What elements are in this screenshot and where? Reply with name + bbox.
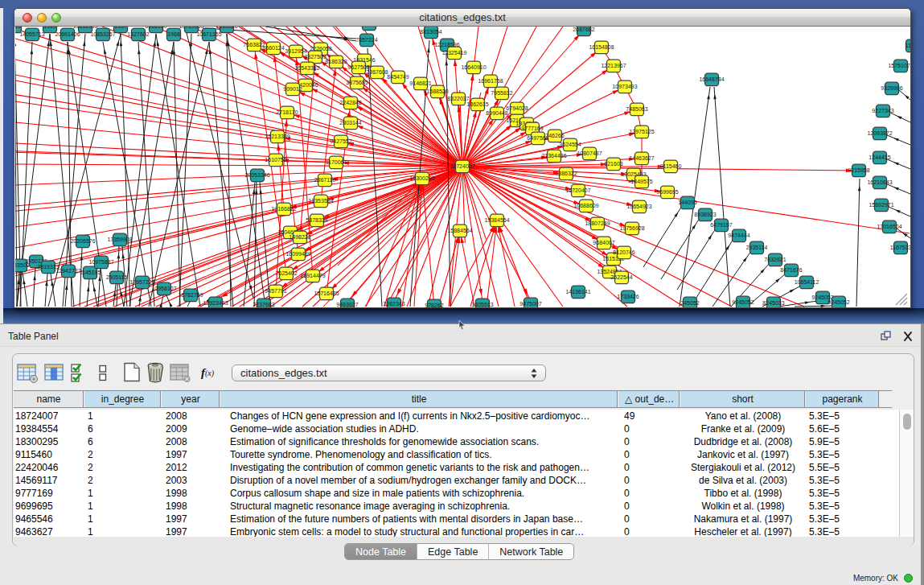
- svg-text:19384554: 19384554: [484, 217, 509, 223]
- svg-text:16154808: 16154808: [589, 44, 614, 50]
- svg-text:16543382: 16543382: [294, 65, 319, 71]
- svg-text:8990448: 8990448: [486, 110, 507, 116]
- svg-text:9777169: 9777169: [521, 126, 543, 131]
- svg-text:9329906: 9329906: [881, 85, 902, 91]
- svg-text:1957: 1957: [114, 27, 127, 29]
- svg-text:20691406: 20691406: [55, 31, 80, 37]
- svg-text:10973493: 10973493: [612, 84, 637, 89]
- svg-text:19166822: 19166822: [271, 206, 296, 212]
- svg-text:9215958: 9215958: [848, 167, 869, 173]
- svg-text:14136141: 14136141: [565, 289, 590, 295]
- svg-text:6479197: 6479197: [710, 222, 732, 228]
- svg-text:19756928: 19756928: [619, 225, 644, 231]
- svg-text:1733426: 1733426: [617, 294, 639, 299]
- svg-text:9227343: 9227343: [872, 108, 893, 113]
- svg-text:1244415: 1244415: [869, 154, 890, 160]
- svg-text:1362615: 1362615: [466, 101, 488, 107]
- svg-text:8813054: 8813054: [420, 29, 441, 35]
- svg-text:12213967: 12213967: [601, 63, 626, 68]
- svg-text:1605513: 1605513: [471, 302, 493, 307]
- svg-text:21364436: 21364436: [541, 153, 566, 159]
- svg-text:11325419: 11325419: [442, 50, 467, 56]
- svg-text:7857224: 7857224: [355, 37, 377, 43]
- svg-text:3875685: 3875685: [346, 80, 368, 85]
- svg-text:11123: 11123: [906, 43, 910, 48]
- svg-text:909012: 909012: [283, 86, 302, 92]
- svg-text:15692971: 15692971: [869, 202, 893, 208]
- svg-text:15720407: 15720407: [565, 187, 590, 193]
- svg-text:1498222: 1498222: [289, 234, 310, 240]
- svg-text:19211935: 19211935: [73, 27, 98, 29]
- svg-text:978262: 978262: [425, 303, 443, 307]
- svg-text:2687682: 2687682: [573, 27, 594, 32]
- svg-text:19654923: 19654923: [626, 204, 651, 209]
- svg-text:2505115: 2505115: [106, 274, 128, 280]
- svg-text:16099489: 16099489: [285, 251, 310, 257]
- svg-text:1170061: 1170061: [326, 159, 347, 165]
- svg-text:10719155: 10719155: [179, 27, 203, 29]
- svg-text:18300295: 18300295: [409, 175, 434, 181]
- svg-text:16961758: 16961758: [478, 78, 503, 84]
- svg-text:10807487: 10807487: [577, 150, 602, 156]
- svg-text:1082343: 1082343: [383, 301, 405, 307]
- svg-text:8660124: 8660124: [262, 45, 284, 51]
- svg-text:2803144: 2803144: [339, 120, 361, 126]
- svg-text:2718170: 2718170: [276, 109, 298, 115]
- svg-text:8120746: 8120746: [613, 249, 634, 255]
- svg-text:10975887: 10975887: [88, 259, 113, 265]
- svg-text:8938923: 8938923: [694, 212, 716, 217]
- svg-text:9427552: 9427552: [330, 138, 351, 144]
- svg-text:621603: 621603: [604, 161, 622, 167]
- svg-text:9463627: 9463627: [336, 302, 358, 307]
- svg-text:9245052: 9245052: [827, 299, 849, 305]
- svg-text:7237683: 7237683: [253, 302, 274, 307]
- svg-text:15884564: 15884564: [447, 228, 472, 233]
- svg-text:1449575: 1449575: [630, 179, 652, 184]
- svg-text:2935114: 2935114: [746, 245, 768, 250]
- svg-text:9475007: 9475007: [519, 301, 541, 307]
- svg-text:20053346: 20053346: [244, 172, 269, 178]
- svg-text:7625402: 7625402: [275, 270, 297, 276]
- svg-text:3912954: 3912954: [285, 48, 306, 54]
- svg-text:8322037: 8322037: [447, 96, 469, 101]
- svg-text:12093872: 12093872: [867, 130, 892, 136]
- svg-text:16210643: 16210643: [867, 179, 892, 185]
- svg-text:8245033: 8245033: [762, 300, 784, 306]
- svg-text:7955812: 7955812: [491, 90, 512, 96]
- svg-text:1167533: 1167533: [890, 245, 910, 250]
- svg-text:15716485: 15716485: [314, 290, 339, 296]
- svg-text:5878334: 5878334: [306, 217, 327, 223]
- svg-text:2367608: 2367608: [366, 69, 388, 75]
- svg-text:10853267: 10853267: [90, 31, 115, 37]
- svg-text:9474444: 9474444: [728, 233, 749, 238]
- svg-text:2867110: 2867110: [314, 177, 336, 183]
- svg-text:16782759: 16782759: [178, 292, 203, 298]
- svg-text:1968: 1968: [167, 31, 180, 37]
- svg-text:1969: 1969: [43, 27, 56, 29]
- svg-text:7632621: 7632621: [764, 257, 786, 262]
- svg-text:9245052: 9245052: [732, 299, 754, 305]
- svg-text:2242848: 2242848: [339, 100, 361, 105]
- svg-text:12923443: 12923443: [203, 300, 228, 306]
- svg-text:14055713: 14055713: [19, 31, 44, 37]
- svg-text:9146821: 9146821: [409, 80, 431, 86]
- svg-text:7386322: 7386322: [555, 171, 577, 176]
- svg-text:144095: 144095: [678, 200, 696, 205]
- svg-text:17957225: 17957225: [129, 279, 154, 285]
- svg-text:10654112: 10654112: [795, 279, 819, 285]
- svg-text:9684007: 9684007: [593, 240, 614, 245]
- svg-text:10671355: 10671355: [196, 31, 221, 37]
- svg-text:1145195: 1145195: [80, 270, 101, 275]
- svg-text:12975125: 12975125: [629, 129, 654, 134]
- svg-text:18807249: 18807249: [585, 220, 610, 226]
- svg-text:7515526: 7515526: [216, 27, 237, 29]
- svg-text:746266: 746266: [545, 133, 564, 138]
- svg-text:15751074: 15751074: [888, 63, 910, 68]
- svg-text:16914479: 16914479: [300, 273, 325, 278]
- svg-text:18724007: 18724007: [450, 163, 474, 169]
- svg-text:1953: 1953: [15, 27, 21, 29]
- svg-text:12942737: 12942737: [55, 268, 80, 274]
- svg-text:14463627: 14463627: [629, 155, 654, 161]
- svg-text:9457791: 9457791: [265, 288, 286, 294]
- svg-text:20206576: 20206576: [70, 238, 95, 244]
